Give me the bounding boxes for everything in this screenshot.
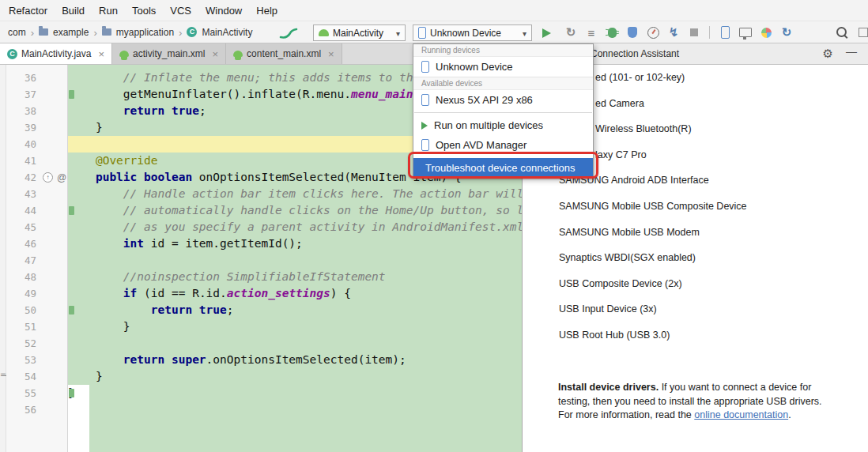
menu-item-tools[interactable]: Tools (125, 2, 163, 19)
chevron-down-icon (396, 28, 400, 39)
line-number: 36 (6, 72, 36, 84)
line-number: 51 (6, 321, 36, 333)
line-number: 54 (6, 371, 36, 382)
line-number: 49 (6, 288, 36, 299)
online-documentation-link[interactable]: online documentation (694, 409, 788, 420)
device-list-item: Synaptics WBDI(SGX enabled) (523, 245, 868, 271)
line-number: 55 (6, 387, 36, 399)
folder-icon (102, 28, 111, 36)
tab-label: activity_main.xml (133, 48, 205, 59)
line-number: 42 (6, 171, 36, 183)
vcs-change-marker (69, 206, 74, 215)
line-number: 40 (6, 138, 36, 150)
line-number: 41 (6, 155, 36, 167)
apply-changes-icon[interactable] (563, 24, 579, 40)
breadcrumb-example[interactable]: example (53, 27, 89, 38)
code-line: //noinspection SimplifiableIfStatement (68, 269, 522, 285)
android-app-icon (319, 29, 329, 36)
profile-app-icon[interactable] (625, 24, 640, 40)
code-line: int id = item.getItemId(); (68, 235, 522, 252)
project-structure-icon[interactable] (859, 28, 868, 37)
tool-window-strip: il (0, 65, 6, 452)
annotation-gutter-icon: @ (57, 172, 66, 183)
menu-divider (414, 112, 592, 113)
folder-icon (39, 28, 48, 36)
vcs-change-marker (69, 90, 74, 99)
android-file-icon (119, 51, 129, 57)
code-line: } (68, 318, 522, 335)
attach-debugger-icon[interactable] (666, 24, 681, 40)
gear-icon[interactable] (823, 47, 833, 61)
menu-item-unknown-device[interactable]: Unknown Device (413, 57, 593, 77)
menu-item-run-on-multiple-devices[interactable]: Run on multiple devices (413, 115, 593, 135)
line-number: 37 (6, 89, 36, 100)
menu-item-refactor[interactable]: Refactor (2, 2, 55, 19)
run-button[interactable] (542, 27, 551, 41)
editor-gutter: 36373839404142↑@434445464748495051525354… (6, 65, 68, 452)
breadcrumb-myapplication[interactable]: myapplication (116, 27, 174, 38)
device-selector-label: Unknown Device (430, 28, 501, 39)
tab-activity-main-xml[interactable]: activity_main.xml (112, 43, 226, 64)
android-file-icon (233, 51, 243, 57)
tab-content-main-xml[interactable]: content_main.xml (226, 43, 342, 64)
menu-item-troubleshoot-device-connections[interactable]: Troubleshoot device connections (413, 158, 593, 177)
breadcrumb: comexamplemyapplicationCMainActivity (8, 21, 252, 43)
theme-editor-icon[interactable] (758, 24, 774, 40)
menu-item-nexus-5x-api-29-x86[interactable]: Nexus 5X API 29 x86 (413, 90, 593, 110)
main-toolbar: comexamplemyapplicationCMainActivity Mai… (0, 21, 868, 43)
code-line: // automatically handle clicks on the Ho… (68, 202, 522, 219)
run-with-coverage-icon[interactable] (583, 24, 599, 40)
device-selector[interactable]: Unknown Device (413, 24, 532, 41)
debug-icon[interactable] (604, 24, 620, 40)
close-icon[interactable] (212, 48, 218, 60)
line-number: 45 (6, 221, 36, 233)
breadcrumb-mainactivity[interactable]: MainActivity (202, 27, 252, 38)
code-line (68, 401, 522, 418)
menu-item-label: Open AVD Manager (436, 139, 526, 151)
line-number: 44 (6, 205, 36, 217)
class-icon: C (187, 27, 197, 37)
device-list-item: USB Input Device (3x) (523, 296, 868, 322)
chevron-down-icon (523, 28, 526, 39)
device-selector-menu: Running devicesUnknown DeviceAvailable d… (413, 43, 594, 178)
device-list-item: USB Composite Device (2x) (523, 271, 868, 297)
menu-item-build[interactable]: Build (55, 2, 92, 19)
tab-mainactivity-java[interactable]: CMainActivity.java (0, 43, 112, 64)
search-everywhere-icon[interactable] (836, 26, 847, 40)
layout-inspector-icon[interactable] (738, 24, 753, 40)
code-line (68, 335, 522, 352)
install-drivers-note: Install device drivers. If you want to c… (558, 381, 838, 423)
menu-item-window[interactable]: Window (198, 2, 249, 19)
menu-item-vcs[interactable]: VCS (163, 2, 198, 19)
stop-icon[interactable] (686, 24, 702, 40)
green-swoosh-icon (278, 26, 299, 40)
menu-item-help[interactable]: Help (249, 2, 285, 19)
line-number: 43 (6, 188, 36, 200)
play-icon (421, 122, 428, 130)
chevron-separator-icon (93, 25, 96, 40)
menu-item-label: Unknown Device (436, 61, 513, 73)
cpu-profiler-icon[interactable] (645, 24, 661, 40)
close-icon[interactable] (328, 48, 334, 60)
run-configuration-selector[interactable]: MainActivity (313, 24, 406, 41)
device-list-item: SAMSUNG Mobile USB Modem (523, 220, 868, 246)
chevron-separator-icon (179, 25, 182, 40)
close-icon[interactable] (98, 48, 104, 60)
avd-manager-icon[interactable] (717, 24, 733, 40)
vcs-change-marker (69, 389, 74, 397)
menu-item-label: Nexus 5X API 29 x86 (436, 94, 533, 106)
note-period: . (788, 409, 791, 420)
breadcrumb-com[interactable]: com (8, 27, 26, 38)
code-line: return true; (68, 302, 522, 318)
panel-title: Connection Assistant (591, 43, 679, 64)
menu-item-run[interactable]: Run (92, 2, 125, 19)
override-method-gutter-icon[interactable]: ↑ (43, 172, 53, 183)
code-line: } (68, 368, 522, 385)
line-number: 48 (6, 271, 36, 283)
line-number: 52 (6, 337, 36, 349)
menu-item-label: Run on multiple devices (434, 119, 543, 131)
menu-item-open-avd-manager[interactable]: Open AVD Manager (413, 135, 593, 155)
code-line (68, 252, 522, 269)
gradle-sync-icon[interactable] (779, 24, 794, 40)
minimize-icon[interactable] (846, 45, 857, 58)
